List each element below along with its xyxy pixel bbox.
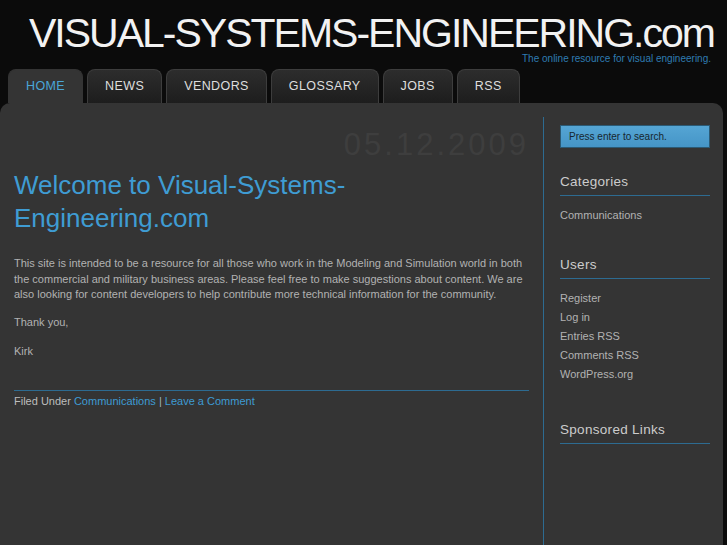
leave-comment-link[interactable]: Leave a Comment: [165, 395, 255, 407]
main-nav: HOME NEWS VENDORS GLOSSARY JOBS RSS: [8, 69, 727, 103]
sidebar-link-entries-rss[interactable]: Entries RSS: [560, 330, 620, 342]
site-title: VISUAL-SYSTEMS-ENGINEERING.com: [0, 10, 727, 56]
sidebar-link-register[interactable]: Register: [560, 292, 601, 304]
sidebar-heading-users: Users: [560, 257, 710, 279]
post-date-watermark: 05.12.2009: [14, 127, 529, 163]
sidebar-link-login[interactable]: Log in: [560, 311, 590, 323]
sidebar-link-comments-rss[interactable]: Comments RSS: [560, 349, 639, 361]
tab-news[interactable]: NEWS: [87, 69, 162, 103]
sidebar-link-communications[interactable]: Communications: [560, 209, 642, 221]
list-item: Communications: [560, 205, 710, 224]
post-body: This site is intended to be a resource f…: [14, 256, 529, 303]
content-panel: 05.12.2009 Welcome to Visual-Systems- En…: [0, 103, 723, 545]
sidebar-section-users: Users Register Log in Entries RSS Commen…: [560, 257, 710, 383]
post-footer: Filed Under Communications | Leave a Com…: [14, 395, 529, 407]
post-thanks: Thank you,: [14, 315, 529, 330]
tab-vendors[interactable]: VENDORS: [166, 69, 267, 103]
page: VISUAL-SYSTEMS-ENGINEERING.com The onlin…: [0, 0, 727, 545]
sidebar-heading-sponsored-links: Sponsored Links: [560, 422, 710, 444]
post-signature: Kirk: [14, 344, 529, 359]
filed-under-label: Filed Under: [14, 395, 71, 407]
list-item: Comments RSS: [560, 345, 710, 364]
list-item: Register: [560, 288, 710, 307]
search-input[interactable]: [560, 125, 710, 148]
sidebar-section-sponsored-links: Sponsored Links: [560, 422, 710, 444]
category-link[interactable]: Communications: [74, 395, 156, 407]
tab-jobs[interactable]: JOBS: [383, 69, 453, 103]
sidebar-heading-categories: Categories: [560, 174, 710, 196]
tab-home[interactable]: HOME: [8, 69, 83, 103]
sidebar-link-wordpress-org[interactable]: WordPress.org: [560, 368, 633, 380]
footer-separator: |: [159, 395, 162, 407]
post-footer-divider: [14, 390, 529, 391]
tab-rss[interactable]: RSS: [457, 69, 520, 103]
site-header: VISUAL-SYSTEMS-ENGINEERING.com The onlin…: [0, 0, 727, 64]
list-item: Log in: [560, 307, 710, 326]
sidebar-section-categories: Categories Communications: [560, 174, 710, 224]
post-article: 05.12.2009 Welcome to Visual-Systems- En…: [0, 103, 543, 545]
list-item: Entries RSS: [560, 326, 710, 345]
list-item: WordPress.org: [560, 364, 710, 383]
sidebar: Categories Communications Users Register…: [543, 117, 723, 545]
post-title: Welcome to Visual-Systems- Engineering.c…: [14, 169, 529, 235]
tab-glossary[interactable]: GLOSSARY: [271, 69, 379, 103]
